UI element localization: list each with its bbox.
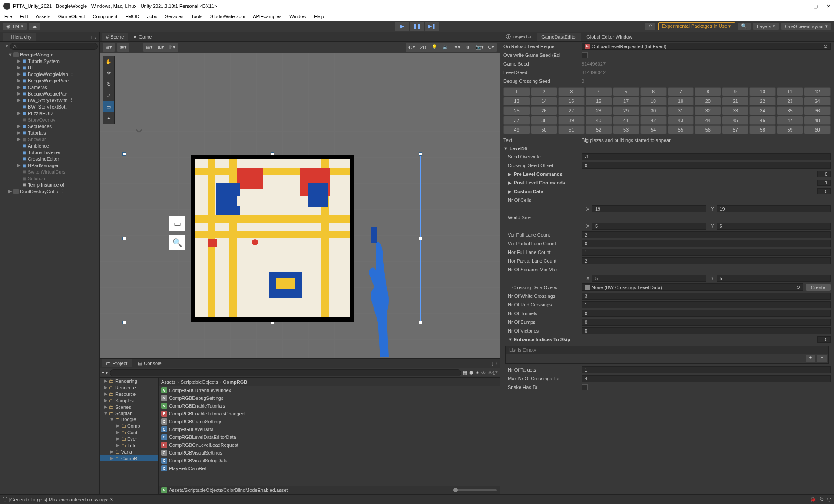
level-number-button[interactable]: 14 [531, 97, 557, 105]
hierarchy-item[interactable]: ▶▣Sequences [0, 123, 99, 129]
project-asset[interactable]: VCompRGBEnableTutorials [159, 402, 500, 410]
level-number-button[interactable]: 6 [640, 87, 667, 96]
level-number-button[interactable]: 26 [531, 106, 557, 115]
level-number-button[interactable]: 5 [613, 87, 639, 96]
menu-apiexamples[interactable]: APIExamples [251, 13, 283, 20]
level-number-button[interactable]: 35 [777, 106, 803, 115]
level-number-button[interactable]: 24 [804, 97, 831, 105]
crossing-data-field[interactable]: None (BW Crossings Level Data)⊙ [582, 283, 803, 291]
project-asset[interactable]: GCompRGBVisualSettings [159, 449, 500, 457]
inspector-menu-icon[interactable]: ⋮ [827, 34, 832, 40]
breadcrumb-segment[interactable]: CompRGB [223, 379, 248, 385]
hierarchy-item[interactable]: ▣Temp Instance of⋮ [0, 181, 99, 188]
rotate-tool[interactable]: ↻ [103, 79, 114, 90]
hor-full-input[interactable]: 1 [582, 249, 831, 256]
post-level-foldout[interactable]: ▶Post Level Commands 1 [500, 178, 834, 187]
project-asset[interactable]: GCompRGBDebugSettings [159, 394, 500, 402]
world-size-y-input[interactable]: 5 [717, 223, 831, 230]
scene-tab[interactable]: # Scene [102, 33, 128, 41]
level-number-button[interactable]: 12 [804, 87, 831, 96]
pre-level-foldout[interactable]: ▶Pre Level Commands 0 [500, 170, 834, 178]
max-cross-input[interactable]: 4 [582, 375, 831, 382]
project-folder[interactable]: ▶🗀Varia [100, 448, 158, 455]
seed-overwrite-input[interactable]: -1 [582, 153, 831, 160]
visibility-toggle[interactable]: 👁 [463, 43, 473, 51]
level-number-button[interactable]: 49 [503, 125, 530, 134]
step-button[interactable]: ▶❚ [425, 22, 439, 31]
menu-jobs[interactable]: Jobs [146, 13, 159, 20]
project-folder[interactable]: ▶🗀Ever [100, 435, 158, 442]
level-number-button[interactable]: 51 [558, 125, 585, 134]
level-number-button[interactable]: 34 [749, 106, 776, 115]
level-number-button[interactable]: 32 [695, 106, 721, 115]
project-folder[interactable]: ▶🗀Samples [100, 397, 158, 404]
level-number-button[interactable]: 60 [804, 125, 831, 134]
level-foldout[interactable]: ▼Level16 [500, 145, 834, 152]
hierarchy-tab[interactable]: ≡ Hierarchy [3, 33, 36, 41]
level-number-button[interactable]: 8 [695, 87, 721, 96]
project-folder[interactable]: ▶🗀Scenes [100, 404, 158, 410]
level-number-button[interactable]: 15 [558, 97, 585, 105]
level-number-button[interactable]: 58 [749, 125, 776, 134]
snake-checkbox[interactable] [582, 384, 588, 390]
hierarchy-options-icon[interactable]: ⫿ ⋮ [90, 34, 97, 40]
level-number-button[interactable]: 46 [749, 116, 776, 125]
create-dropdown[interactable]: + ▾ [2, 43, 8, 49]
level-number-button[interactable]: 29 [613, 106, 639, 115]
list-add-button[interactable]: + [806, 355, 815, 362]
transform-tool[interactable]: ✦ [103, 112, 114, 124]
game-tab[interactable]: ▸ Game [130, 33, 156, 41]
nr-sq-x-input[interactable]: 5 [592, 275, 706, 282]
level-number-button[interactable]: 23 [777, 97, 803, 105]
project-create-dropdown[interactable]: + ▾ [102, 370, 108, 376]
search-button[interactable]: 🔍 [738, 23, 751, 30]
level-number-button[interactable]: 7 [668, 87, 694, 96]
gamedataeditor-tab[interactable]: GameDataEditor [537, 33, 581, 41]
project-asset[interactable]: CCompRGBVisualSetupData [159, 457, 500, 464]
dont-destroy-root[interactable]: ▶ DontDestroyOnLo ⋮ [0, 188, 99, 194]
level-number-button[interactable]: 17 [613, 97, 639, 105]
project-folder[interactable]: ▶🗀CompR [100, 455, 158, 461]
project-hidden-icon[interactable]: 👁 [481, 370, 486, 376]
level-number-button[interactable]: 53 [613, 125, 639, 134]
hierarchy-item[interactable]: ▶▣BoogieWoogiePair⋮ [0, 90, 99, 97]
cloud-button[interactable]: ☁ [29, 23, 40, 30]
level-number-button[interactable]: 57 [722, 125, 748, 134]
hierarchy-item[interactable]: ▶▣BoogieWoogieMan⋮ [0, 71, 99, 77]
project-lock-icon[interactable]: ⫿ ⋮ [491, 361, 498, 366]
menu-component[interactable]: Component [91, 13, 119, 20]
shading-dropdown[interactable]: ◐▾ [407, 43, 417, 51]
level-number-button[interactable]: 2 [531, 87, 557, 96]
hierarchy-search-input[interactable] [10, 43, 98, 50]
tunnels-input[interactable]: 0 [582, 310, 831, 317]
layout-dropdown[interactable]: OneScreenLayout ▾ [781, 23, 831, 30]
hierarchy-item[interactable]: ▶▣TutorialSystem [0, 58, 99, 64]
level-number-button[interactable]: 9 [722, 87, 748, 96]
experimental-packages-warning[interactable]: Experimental Packages In Use ▾ [658, 22, 735, 30]
hierarchy-item[interactable]: ▣TutorialListener [0, 149, 99, 155]
level-number-button[interactable]: 45 [722, 116, 748, 125]
red-cross-input[interactable]: 1 [582, 301, 831, 308]
level-number-button[interactable]: 54 [640, 125, 667, 134]
hierarchy-item[interactable]: ▶▣PuzzleHUD [0, 110, 99, 116]
level-number-button[interactable]: 18 [640, 97, 667, 105]
project-favorite-icon[interactable]: ★ [475, 370, 480, 376]
move-tool[interactable]: ✥ [103, 67, 114, 79]
level-number-button[interactable]: 40 [586, 116, 612, 125]
custom-data-foldout[interactable]: ▶Custom Data 0 [500, 187, 834, 196]
menu-services[interactable]: Services [163, 13, 185, 20]
hor-partial-input[interactable]: 2 [582, 257, 831, 264]
project-folder[interactable]: ▶🗀Cont [100, 429, 158, 435]
level-number-button[interactable]: 10 [749, 87, 776, 96]
nr-cells-y-input[interactable]: 19 [717, 205, 831, 212]
level-number-button[interactable]: 3 [558, 87, 585, 96]
targets-input[interactable]: 1 [582, 366, 831, 373]
menu-gameobject[interactable]: GameObject [56, 13, 87, 20]
rect-gizmo-icon[interactable]: ▭ [169, 216, 185, 231]
play-button[interactable]: ▶ [395, 22, 409, 31]
lighting-toggle[interactable]: 💡 [429, 43, 440, 51]
scene-root[interactable]: ▼ BoogieWoogie ⋮ [0, 51, 99, 58]
project-search-input[interactable] [110, 369, 461, 376]
overwrite-seed-checkbox[interactable] [582, 52, 588, 58]
rect-tool[interactable]: ▭ [103, 101, 114, 112]
